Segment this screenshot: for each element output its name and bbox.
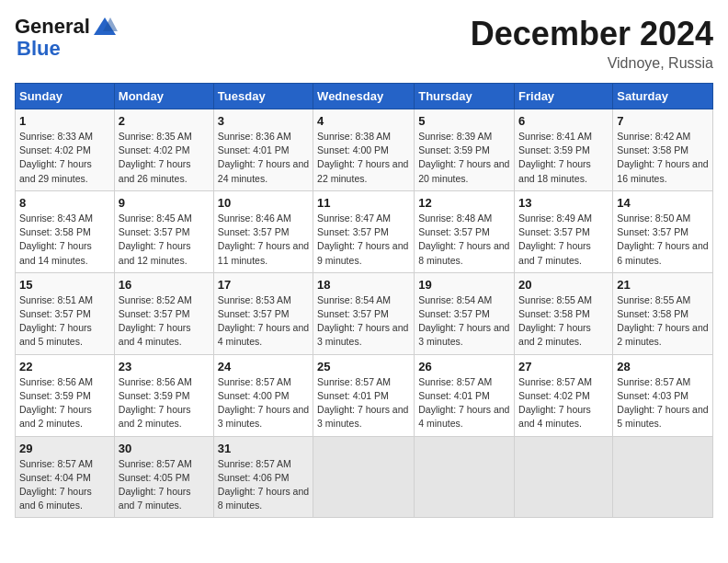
day-number: 15 xyxy=(19,278,110,292)
col-friday: Friday xyxy=(515,84,613,109)
col-saturday: Saturday xyxy=(613,84,713,109)
day-number: 11 xyxy=(317,196,410,210)
day-info: Sunrise: 8:57 AM Sunset: 4:05 PM Dayligh… xyxy=(119,457,210,513)
day-info: Sunrise: 8:49 AM Sunset: 3:57 PM Dayligh… xyxy=(518,212,609,268)
day-number: 25 xyxy=(317,360,410,373)
day-number: 27 xyxy=(518,360,609,373)
day-info: Sunrise: 8:57 AM Sunset: 4:04 PM Dayligh… xyxy=(19,457,110,513)
day-number: 6 xyxy=(518,114,609,128)
day-info: Sunrise: 8:36 AM Sunset: 4:01 PM Dayligh… xyxy=(218,130,309,186)
table-row: 30 Sunrise: 8:57 AM Sunset: 4:05 PM Dayl… xyxy=(114,436,213,518)
day-info: Sunrise: 8:53 AM Sunset: 3:57 PM Dayligh… xyxy=(218,293,309,350)
table-row: 3 Sunrise: 8:36 AM Sunset: 4:01 PM Dayli… xyxy=(213,109,313,191)
table-row: 12 Sunrise: 8:48 AM Sunset: 3:57 PM Dayl… xyxy=(415,190,515,272)
day-number: 9 xyxy=(119,196,210,210)
day-info: Sunrise: 8:48 AM Sunset: 3:57 PM Dayligh… xyxy=(418,212,510,268)
col-monday: Monday xyxy=(114,84,213,109)
day-number: 7 xyxy=(617,114,709,128)
table-row: 6 Sunrise: 8:41 AM Sunset: 3:59 PM Dayli… xyxy=(515,109,613,191)
day-number: 22 xyxy=(19,360,110,373)
day-number: 10 xyxy=(218,196,309,210)
day-number: 2 xyxy=(119,114,210,128)
day-number: 5 xyxy=(418,114,510,128)
table-row: 7 Sunrise: 8:42 AM Sunset: 3:58 PM Dayli… xyxy=(613,109,713,191)
day-info: Sunrise: 8:51 AM Sunset: 3:57 PM Dayligh… xyxy=(19,293,110,350)
day-info: Sunrise: 8:35 AM Sunset: 4:02 PM Dayligh… xyxy=(119,130,210,186)
day-info: Sunrise: 8:47 AM Sunset: 3:57 PM Dayligh… xyxy=(317,212,410,268)
title-area: December 2024 Vidnoye, Russia xyxy=(471,15,713,72)
calendar-week-row: 15 Sunrise: 8:51 AM Sunset: 3:57 PM Dayl… xyxy=(16,272,713,354)
table-row: 4 Sunrise: 8:38 AM Sunset: 4:00 PM Dayli… xyxy=(313,109,415,191)
calendar-week-row: 1 Sunrise: 8:33 AM Sunset: 4:02 PM Dayli… xyxy=(16,109,713,191)
table-row xyxy=(613,436,713,518)
table-row xyxy=(313,436,415,518)
table-row: 21 Sunrise: 8:55 AM Sunset: 3:58 PM Dayl… xyxy=(613,272,713,354)
day-info: Sunrise: 8:33 AM Sunset: 4:02 PM Dayligh… xyxy=(19,130,110,186)
day-info: Sunrise: 8:42 AM Sunset: 3:58 PM Dayligh… xyxy=(617,130,709,186)
day-info: Sunrise: 8:43 AM Sunset: 3:58 PM Dayligh… xyxy=(19,212,110,268)
day-number: 8 xyxy=(19,196,110,210)
day-info: Sunrise: 8:57 AM Sunset: 4:01 PM Dayligh… xyxy=(317,375,410,431)
day-number: 14 xyxy=(617,196,709,210)
day-info: Sunrise: 8:55 AM Sunset: 3:58 PM Dayligh… xyxy=(617,293,709,350)
day-info: Sunrise: 8:54 AM Sunset: 3:57 PM Dayligh… xyxy=(317,293,410,350)
col-sunday: Sunday xyxy=(16,84,115,109)
day-number: 4 xyxy=(317,114,410,128)
table-row: 11 Sunrise: 8:47 AM Sunset: 3:57 PM Dayl… xyxy=(313,190,415,272)
table-row: 19 Sunrise: 8:54 AM Sunset: 3:57 PM Dayl… xyxy=(415,272,515,354)
day-number: 30 xyxy=(119,442,210,455)
table-row: 2 Sunrise: 8:35 AM Sunset: 4:02 PM Dayli… xyxy=(114,109,213,191)
day-number: 28 xyxy=(617,360,709,373)
table-row: 31 Sunrise: 8:57 AM Sunset: 4:06 PM Dayl… xyxy=(213,436,313,518)
table-row: 17 Sunrise: 8:53 AM Sunset: 3:57 PM Dayl… xyxy=(213,272,313,354)
col-tuesday: Tuesday xyxy=(213,84,313,109)
table-row xyxy=(415,436,515,518)
table-row: 10 Sunrise: 8:46 AM Sunset: 3:57 PM Dayl… xyxy=(213,190,313,272)
calendar-week-row: 22 Sunrise: 8:56 AM Sunset: 3:59 PM Dayl… xyxy=(16,354,713,436)
day-number: 21 xyxy=(617,278,709,292)
table-row: 26 Sunrise: 8:57 AM Sunset: 4:01 PM Dayl… xyxy=(415,354,515,436)
table-row: 16 Sunrise: 8:52 AM Sunset: 3:57 PM Dayl… xyxy=(114,272,213,354)
col-wednesday: Wednesday xyxy=(313,84,415,109)
month-title: December 2024 xyxy=(471,15,713,53)
day-info: Sunrise: 8:46 AM Sunset: 3:57 PM Dayligh… xyxy=(218,212,309,268)
page-header: General Blue December 2024 Vidnoye, Russ… xyxy=(15,15,713,72)
day-number: 20 xyxy=(518,278,609,292)
day-info: Sunrise: 8:54 AM Sunset: 3:57 PM Dayligh… xyxy=(418,293,510,350)
day-number: 19 xyxy=(418,278,510,292)
day-number: 26 xyxy=(418,360,510,373)
table-row: 13 Sunrise: 8:49 AM Sunset: 3:57 PM Dayl… xyxy=(515,190,613,272)
day-number: 3 xyxy=(218,114,309,128)
table-row: 18 Sunrise: 8:54 AM Sunset: 3:57 PM Dayl… xyxy=(313,272,415,354)
day-info: Sunrise: 8:56 AM Sunset: 3:59 PM Dayligh… xyxy=(119,375,210,431)
day-number: 13 xyxy=(518,196,609,210)
day-number: 24 xyxy=(218,360,309,373)
day-number: 17 xyxy=(218,278,309,292)
day-info: Sunrise: 8:38 AM Sunset: 4:00 PM Dayligh… xyxy=(317,130,410,186)
weekday-header-row: Sunday Monday Tuesday Wednesday Thursday… xyxy=(16,84,713,109)
table-row: 27 Sunrise: 8:57 AM Sunset: 4:02 PM Dayl… xyxy=(515,354,613,436)
col-thursday: Thursday xyxy=(415,84,515,109)
table-row: 25 Sunrise: 8:57 AM Sunset: 4:01 PM Dayl… xyxy=(313,354,415,436)
day-info: Sunrise: 8:52 AM Sunset: 3:57 PM Dayligh… xyxy=(119,293,210,350)
table-row: 15 Sunrise: 8:51 AM Sunset: 3:57 PM Dayl… xyxy=(16,272,115,354)
day-number: 1 xyxy=(19,114,110,128)
day-number: 23 xyxy=(119,360,210,373)
day-info: Sunrise: 8:56 AM Sunset: 3:59 PM Dayligh… xyxy=(19,375,110,431)
logo-blue: Blue xyxy=(17,37,61,61)
day-info: Sunrise: 8:57 AM Sunset: 4:06 PM Dayligh… xyxy=(218,457,309,513)
day-info: Sunrise: 8:57 AM Sunset: 4:02 PM Dayligh… xyxy=(518,375,609,431)
day-info: Sunrise: 8:45 AM Sunset: 3:57 PM Dayligh… xyxy=(119,212,210,268)
table-row: 28 Sunrise: 8:57 AM Sunset: 4:03 PM Dayl… xyxy=(613,354,713,436)
day-info: Sunrise: 8:39 AM Sunset: 3:59 PM Dayligh… xyxy=(418,130,510,186)
day-number: 31 xyxy=(218,442,309,455)
day-number: 16 xyxy=(119,278,210,292)
day-info: Sunrise: 8:57 AM Sunset: 4:03 PM Dayligh… xyxy=(617,375,709,431)
location: Vidnoye, Russia xyxy=(471,55,713,72)
table-row: 22 Sunrise: 8:56 AM Sunset: 3:59 PM Dayl… xyxy=(16,354,115,436)
table-row: 1 Sunrise: 8:33 AM Sunset: 4:02 PM Dayli… xyxy=(16,109,115,191)
table-row: 24 Sunrise: 8:57 AM Sunset: 4:00 PM Dayl… xyxy=(213,354,313,436)
day-info: Sunrise: 8:55 AM Sunset: 3:58 PM Dayligh… xyxy=(518,293,609,350)
calendar-week-row: 29 Sunrise: 8:57 AM Sunset: 4:04 PM Dayl… xyxy=(16,436,713,518)
table-row: 14 Sunrise: 8:50 AM Sunset: 3:57 PM Dayl… xyxy=(613,190,713,272)
